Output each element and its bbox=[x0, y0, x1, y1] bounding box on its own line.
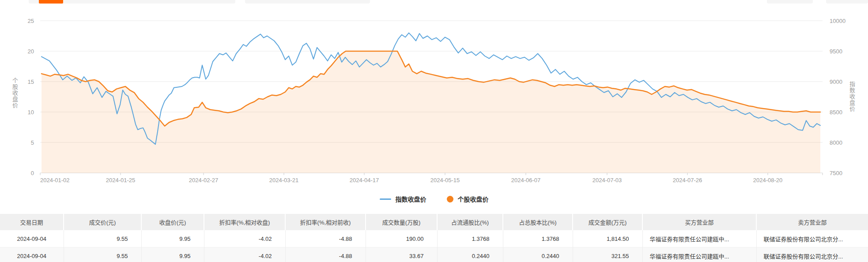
y-axis-label-right: 8000 bbox=[830, 139, 842, 146]
x-axis-label: 2024-08-20 bbox=[753, 177, 783, 183]
chart-legend: 指数收盘价 个股收盘价 bbox=[0, 194, 868, 204]
y-axis-label-left: 15 bbox=[28, 79, 34, 85]
cell-r0-c8: 1,814.50 bbox=[573, 230, 642, 247]
cell-r1-c8: 321.55 bbox=[573, 247, 642, 262]
x-axis-label: 2024-01-25 bbox=[106, 177, 136, 183]
left-axis-title: 个股收盘价 bbox=[11, 78, 19, 109]
cell-r0-c2: 9.95 bbox=[141, 230, 204, 247]
table-row: 2024-09-049.559.95-4.02-4.88190.001.3768… bbox=[0, 230, 868, 247]
column-header-0: 交易日期 bbox=[0, 214, 64, 230]
price-chart[interactable]: 051015202575008000850090009500100002024-… bbox=[0, 0, 868, 191]
y-axis-label-left: 0 bbox=[31, 170, 34, 176]
column-header-8: 成交金额(万元) bbox=[573, 214, 642, 230]
column-header-1: 成交价(元) bbox=[64, 214, 141, 230]
cell-r1-c2: 9.95 bbox=[141, 247, 204, 262]
cell-r1-c1: 9.55 bbox=[64, 247, 141, 262]
x-axis-label: 2024-01-02 bbox=[40, 177, 70, 183]
cell-r1-c0: 2024-09-04 bbox=[0, 247, 64, 262]
column-header-5: 成交数量(万股) bbox=[366, 214, 437, 230]
y-axis-label-right: 10000 bbox=[830, 18, 845, 24]
x-axis-label: 2024-05-15 bbox=[430, 177, 460, 183]
x-axis-label: 2024-06-07 bbox=[511, 177, 541, 183]
table-header-row: 交易日期成交价(元)收盘价(元)折扣率(%,相对收盘)折扣率(%,相对前收)成交… bbox=[0, 214, 868, 230]
cell-r0-c10: 联储证券股份有限公司北京分... bbox=[756, 230, 868, 247]
chart-canvas[interactable]: 051015202575008000850090009500100002024-… bbox=[0, 0, 868, 191]
y-axis-label-left: 20 bbox=[28, 48, 34, 55]
cell-r0-c1: 9.55 bbox=[64, 230, 141, 247]
block-trade-table: 交易日期成交价(元)收盘价(元)折扣率(%,相对收盘)折扣率(%,相对前收)成交… bbox=[0, 214, 868, 262]
cell-r0-c3: -4.02 bbox=[204, 230, 285, 247]
cell-r1-c6: 0.2440 bbox=[437, 247, 503, 262]
cell-r1-c10: 联储证券股份有限公司北京分... bbox=[756, 247, 868, 262]
legend-label-stock: 个股收盘价 bbox=[458, 195, 489, 203]
y-axis-label-left: 5 bbox=[31, 139, 34, 146]
column-header-10: 卖方营业部 bbox=[756, 214, 868, 230]
x-axis-label: 2024-02-27 bbox=[189, 177, 219, 183]
x-axis-label: 2024-03-21 bbox=[269, 177, 299, 183]
cell-r0-c7: 1.3768 bbox=[503, 230, 573, 247]
y-axis-label-left: 25 bbox=[28, 18, 34, 24]
cell-r0-c4: -4.88 bbox=[285, 230, 366, 247]
legend-label-index: 指数收盘价 bbox=[396, 195, 426, 203]
cell-r0-c5: 190.00 bbox=[366, 230, 437, 247]
cell-r1-c7: 0.2440 bbox=[503, 247, 573, 262]
column-header-9: 买方营业部 bbox=[642, 214, 756, 230]
cell-r0-c6: 1.3768 bbox=[437, 230, 503, 247]
x-axis-label: 2024-07-03 bbox=[593, 177, 622, 183]
right-axis-title: 指数收盘价 bbox=[848, 81, 856, 112]
y-axis-label-right: 7500 bbox=[830, 170, 842, 176]
cell-r1-c9: 华福证券有限责任公司建瓯中... bbox=[642, 247, 756, 262]
legend-item-index[interactable]: 指数收盘价 bbox=[380, 195, 426, 203]
y-axis-label-left: 10 bbox=[28, 109, 34, 116]
x-axis-label: 2024-07-26 bbox=[673, 177, 702, 183]
table-row: 2024-09-049.559.95-4.02-4.8833.670.24400… bbox=[0, 247, 868, 262]
cell-r0-c0: 2024-09-04 bbox=[0, 230, 64, 247]
cell-r1-c3: -4.02 bbox=[204, 247, 285, 262]
legend-item-stock[interactable]: 个股收盘价 bbox=[447, 195, 489, 203]
column-header-3: 折扣率(%,相对收盘) bbox=[204, 214, 285, 230]
cell-r0-c9: 华福证券有限责任公司建瓯中... bbox=[642, 230, 756, 247]
y-axis-label-right: 8500 bbox=[830, 109, 842, 116]
column-header-2: 收盘价(元) bbox=[141, 214, 204, 230]
line-marker-icon bbox=[380, 198, 391, 200]
y-axis-label-right: 9500 bbox=[830, 48, 842, 55]
column-header-4: 折扣率(%,相对前收) bbox=[285, 214, 366, 230]
column-header-6: 占流通股比(%) bbox=[437, 214, 503, 230]
circle-marker-icon bbox=[447, 196, 453, 202]
x-axis-label: 2024-04-17 bbox=[350, 177, 379, 183]
column-header-7: 占总股本比(%) bbox=[503, 214, 573, 230]
y-axis-label-right: 9000 bbox=[830, 79, 842, 85]
cell-r1-c5: 33.67 bbox=[366, 247, 437, 262]
cell-r1-c4: -4.88 bbox=[285, 247, 366, 262]
